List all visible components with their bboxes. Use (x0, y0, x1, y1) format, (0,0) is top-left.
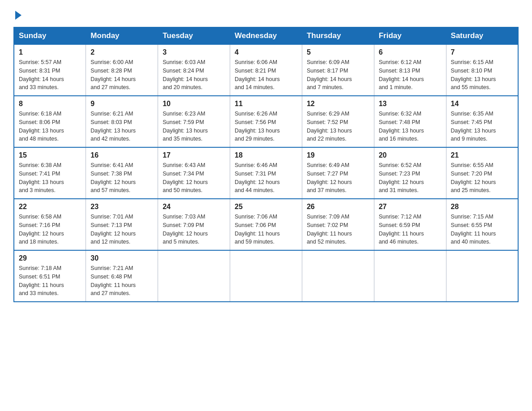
day-number: 11 (235, 100, 297, 108)
day-number: 16 (90, 151, 153, 159)
calendar-cell (158, 250, 230, 302)
calendar-cell: 30Sunrise: 7:21 AMSunset: 6:48 PMDayligh… (86, 250, 158, 302)
calendar-cell: 17Sunrise: 6:43 AMSunset: 7:34 PMDayligh… (158, 147, 230, 199)
day-info: Sunrise: 6:00 AMSunset: 8:28 PMDaylight:… (90, 58, 153, 92)
calendar-cell: 11Sunrise: 6:26 AMSunset: 7:56 PMDayligh… (230, 96, 302, 147)
calendar-cell: 7Sunrise: 6:15 AMSunset: 8:10 PMDaylight… (446, 44, 518, 96)
calendar-cell: 24Sunrise: 7:03 AMSunset: 7:09 PMDayligh… (158, 199, 230, 250)
day-number: 28 (451, 203, 513, 211)
day-number: 2 (90, 48, 153, 56)
calendar-week-4: 22Sunrise: 6:58 AMSunset: 7:16 PMDayligh… (14, 199, 518, 250)
calendar-cell: 27Sunrise: 7:12 AMSunset: 6:59 PMDayligh… (374, 199, 446, 250)
day-info: Sunrise: 6:29 AMSunset: 7:52 PMDaylight:… (307, 110, 369, 143)
header (13, 9, 519, 20)
calendar-week-1: 1Sunrise: 5:57 AMSunset: 8:31 PMDaylight… (14, 44, 518, 96)
calendar-cell: 19Sunrise: 6:49 AMSunset: 7:27 PMDayligh… (302, 147, 374, 199)
calendar-cell: 4Sunrise: 6:06 AMSunset: 8:21 PMDaylight… (230, 44, 302, 96)
calendar-cell: 9Sunrise: 6:21 AMSunset: 8:03 PMDaylight… (86, 96, 158, 147)
calendar-cell (230, 250, 302, 302)
weekday-header-tuesday: Tuesday (158, 27, 230, 44)
calendar-cell: 21Sunrise: 6:55 AMSunset: 7:20 PMDayligh… (446, 147, 518, 199)
day-number: 19 (307, 151, 369, 159)
day-number: 5 (307, 48, 369, 56)
day-info: Sunrise: 7:03 AMSunset: 7:09 PMDaylight:… (163, 213, 225, 246)
day-number: 18 (235, 151, 297, 159)
day-info: Sunrise: 7:18 AMSunset: 6:51 PMDaylight:… (19, 264, 81, 298)
day-info: Sunrise: 7:09 AMSunset: 7:02 PMDaylight:… (307, 213, 369, 246)
day-number: 30 (90, 254, 153, 262)
day-number: 27 (379, 203, 442, 211)
day-number: 25 (235, 203, 297, 211)
day-info: Sunrise: 7:15 AMSunset: 6:55 PMDaylight:… (451, 213, 513, 246)
day-number: 14 (451, 100, 513, 108)
day-info: Sunrise: 7:06 AMSunset: 7:06 PMDaylight:… (235, 213, 297, 246)
day-info: Sunrise: 7:12 AMSunset: 6:59 PMDaylight:… (379, 213, 442, 246)
logo (13, 9, 21, 20)
calendar-cell: 29Sunrise: 7:18 AMSunset: 6:51 PMDayligh… (14, 250, 86, 302)
day-info: Sunrise: 6:55 AMSunset: 7:20 PMDaylight:… (451, 161, 513, 195)
day-info: Sunrise: 6:03 AMSunset: 8:24 PMDaylight:… (163, 58, 225, 92)
calendar-cell (374, 250, 446, 302)
calendar-cell: 15Sunrise: 6:38 AMSunset: 7:41 PMDayligh… (14, 147, 86, 199)
day-number: 3 (163, 48, 225, 56)
calendar-cell: 5Sunrise: 6:09 AMSunset: 8:17 PMDaylight… (302, 44, 374, 96)
calendar-table: SundayMondayTuesdayWednesdayThursdayFrid… (13, 27, 519, 302)
calendar-cell: 26Sunrise: 7:09 AMSunset: 7:02 PMDayligh… (302, 199, 374, 250)
day-info: Sunrise: 6:58 AMSunset: 7:16 PMDaylight:… (19, 213, 81, 246)
day-info: Sunrise: 6:26 AMSunset: 7:56 PMDaylight:… (235, 110, 297, 143)
day-number: 23 (90, 203, 153, 211)
day-info: Sunrise: 6:35 AMSunset: 7:45 PMDaylight:… (451, 110, 513, 143)
day-number: 17 (163, 151, 225, 159)
calendar-cell: 8Sunrise: 6:18 AMSunset: 8:06 PMDaylight… (14, 96, 86, 147)
calendar-cell: 23Sunrise: 7:01 AMSunset: 7:13 PMDayligh… (86, 199, 158, 250)
day-number: 29 (19, 254, 81, 262)
header-row: SundayMondayTuesdayWednesdayThursdayFrid… (14, 27, 518, 44)
weekday-header-wednesday: Wednesday (230, 27, 302, 44)
day-number: 10 (163, 100, 225, 108)
calendar-cell: 10Sunrise: 6:23 AMSunset: 7:59 PMDayligh… (158, 96, 230, 147)
day-number: 24 (163, 203, 225, 211)
day-number: 8 (19, 100, 81, 108)
calendar-header: SundayMondayTuesdayWednesdayThursdayFrid… (14, 27, 518, 44)
calendar-week-3: 15Sunrise: 6:38 AMSunset: 7:41 PMDayligh… (14, 147, 518, 199)
day-info: Sunrise: 6:32 AMSunset: 7:48 PMDaylight:… (379, 110, 442, 143)
day-info: Sunrise: 5:57 AMSunset: 8:31 PMDaylight:… (19, 58, 81, 92)
day-number: 15 (19, 151, 81, 159)
day-info: Sunrise: 6:12 AMSunset: 8:13 PMDaylight:… (379, 58, 442, 92)
calendar-week-2: 8Sunrise: 6:18 AMSunset: 8:06 PMDaylight… (14, 96, 518, 147)
day-number: 7 (451, 48, 513, 56)
day-number: 1 (19, 48, 81, 56)
day-number: 4 (235, 48, 297, 56)
weekday-header-thursday: Thursday (302, 27, 374, 44)
logo-arrow-icon (15, 11, 21, 20)
day-info: Sunrise: 6:43 AMSunset: 7:34 PMDaylight:… (163, 161, 225, 195)
calendar-cell: 18Sunrise: 6:46 AMSunset: 7:31 PMDayligh… (230, 147, 302, 199)
weekday-header-monday: Monday (86, 27, 158, 44)
day-number: 12 (307, 100, 369, 108)
calendar-cell: 12Sunrise: 6:29 AMSunset: 7:52 PMDayligh… (302, 96, 374, 147)
day-number: 21 (451, 151, 513, 159)
day-info: Sunrise: 7:21 AMSunset: 6:48 PMDaylight:… (90, 264, 153, 298)
day-info: Sunrise: 6:46 AMSunset: 7:31 PMDaylight:… (235, 161, 297, 195)
day-info: Sunrise: 7:01 AMSunset: 7:13 PMDaylight:… (90, 213, 153, 246)
calendar-cell: 25Sunrise: 7:06 AMSunset: 7:06 PMDayligh… (230, 199, 302, 250)
weekday-header-friday: Friday (374, 27, 446, 44)
calendar-cell (302, 250, 374, 302)
calendar-cell: 6Sunrise: 6:12 AMSunset: 8:13 PMDaylight… (374, 44, 446, 96)
weekday-header-sunday: Sunday (14, 27, 86, 44)
calendar-cell: 3Sunrise: 6:03 AMSunset: 8:24 PMDaylight… (158, 44, 230, 96)
day-number: 20 (379, 151, 442, 159)
day-info: Sunrise: 6:52 AMSunset: 7:23 PMDaylight:… (379, 161, 442, 195)
calendar-cell: 14Sunrise: 6:35 AMSunset: 7:45 PMDayligh… (446, 96, 518, 147)
calendar-cell: 13Sunrise: 6:32 AMSunset: 7:48 PMDayligh… (374, 96, 446, 147)
day-number: 13 (379, 100, 442, 108)
day-info: Sunrise: 6:49 AMSunset: 7:27 PMDaylight:… (307, 161, 369, 195)
day-info: Sunrise: 6:21 AMSunset: 8:03 PMDaylight:… (90, 110, 153, 143)
calendar-cell (446, 250, 518, 302)
calendar-week-5: 29Sunrise: 7:18 AMSunset: 6:51 PMDayligh… (14, 250, 518, 302)
calendar-body: 1Sunrise: 5:57 AMSunset: 8:31 PMDaylight… (14, 44, 518, 302)
day-info: Sunrise: 6:18 AMSunset: 8:06 PMDaylight:… (19, 110, 81, 143)
calendar-cell: 28Sunrise: 7:15 AMSunset: 6:55 PMDayligh… (446, 199, 518, 250)
calendar-cell: 16Sunrise: 6:41 AMSunset: 7:38 PMDayligh… (86, 147, 158, 199)
day-number: 6 (379, 48, 442, 56)
